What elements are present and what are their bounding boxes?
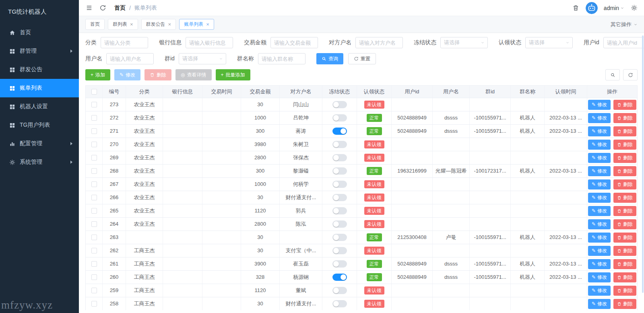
refresh-icon[interactable] (99, 4, 106, 12)
tab-group-list[interactable]: 群列表 × (108, 19, 138, 30)
frozen-toggle[interactable] (332, 167, 347, 175)
row-delete-button[interactable]: 删除 (613, 193, 636, 203)
frozen-toggle[interactable] (332, 207, 347, 214)
sidebar-item-bill-list[interactable]: 账单列表 (0, 79, 79, 97)
hamburger-icon[interactable] (85, 4, 93, 12)
row-edit-button[interactable]: ✎修改 (588, 193, 611, 203)
frozen-toggle[interactable] (332, 260, 347, 268)
row-edit-button[interactable]: ✎修改 (588, 259, 611, 269)
category-input[interactable] (101, 37, 148, 48)
frozen-toggle[interactable] (332, 101, 347, 108)
row-checkbox[interactable] (91, 274, 97, 280)
close-icon[interactable]: × (168, 22, 171, 27)
row-checkbox[interactable] (91, 128, 97, 134)
row-edit-button[interactable]: ✎修改 (588, 100, 611, 110)
table-search-button[interactable] (605, 69, 620, 80)
frozen-toggle[interactable] (332, 141, 347, 148)
row-edit-button[interactable]: ✎修改 (588, 126, 611, 136)
sidebar-item-home[interactable]: 首页 (0, 23, 79, 42)
row-delete-button[interactable]: 删除 (613, 140, 636, 150)
row-edit-button[interactable]: ✎修改 (588, 166, 611, 176)
sidebar-item-group-manage[interactable]: 群管理 (0, 42, 79, 60)
row-delete-button[interactable]: 删除 (613, 126, 636, 136)
table-refresh-button[interactable] (623, 69, 638, 80)
edit-button[interactable]: ✎ 修改 (114, 69, 140, 80)
row-delete-button[interactable]: 删除 (613, 179, 636, 189)
row-delete-button[interactable]: 删除 (613, 246, 636, 256)
row-checkbox[interactable] (91, 221, 97, 227)
user-name-input[interactable] (106, 53, 154, 64)
select-all-checkbox[interactable] (91, 89, 97, 95)
row-checkbox[interactable] (91, 115, 97, 121)
row-edit-button[interactable]: ✎修改 (588, 299, 611, 309)
frozen-toggle[interactable] (332, 274, 347, 281)
close-icon[interactable]: × (206, 22, 209, 27)
frozen-toggle[interactable] (332, 247, 347, 254)
search-button[interactable]: 查询 (316, 53, 343, 64)
row-edit-button[interactable]: ✎修改 (588, 113, 611, 123)
row-delete-button[interactable]: 删除 (613, 206, 636, 216)
tab-home[interactable]: 首页 (85, 19, 105, 30)
gear-icon[interactable] (630, 4, 638, 12)
counterparty-input[interactable] (355, 37, 403, 48)
sidebar-item-robot-settings[interactable]: 机器人设置 (0, 97, 79, 116)
frozen-toggle[interactable] (332, 114, 347, 121)
row-checkbox[interactable] (91, 142, 97, 147)
frozen-status-select[interactable]: 请选择 (440, 37, 488, 48)
sidebar-item-group-announce[interactable]: 群发公告 (0, 60, 79, 79)
row-checkbox[interactable] (91, 208, 97, 214)
tab-bill-list[interactable]: 账单列表 × (179, 19, 214, 30)
close-icon[interactable]: × (130, 22, 133, 27)
row-edit-button[interactable]: ✎修改 (588, 246, 611, 256)
row-checkbox[interactable] (91, 168, 97, 174)
sidebar-item-system-manage[interactable]: 系统管理 (0, 153, 79, 171)
row-delete-button[interactable]: 删除 (613, 299, 636, 309)
frozen-toggle[interactable] (332, 154, 347, 161)
row-checkbox[interactable] (91, 155, 97, 161)
batch-add-button[interactable]: + 批量添加 (216, 69, 250, 80)
scrollbar[interactable] (642, 35, 644, 293)
row-delete-button[interactable]: 删除 (613, 233, 636, 243)
row-checkbox[interactable] (91, 102, 97, 107)
row-edit-button[interactable]: ✎修改 (588, 219, 611, 229)
row-edit-button[interactable]: ✎修改 (588, 206, 611, 216)
group-id-select[interactable]: 请选择 (179, 53, 226, 64)
amount-input[interactable] (270, 37, 318, 48)
frozen-toggle[interactable] (332, 194, 347, 201)
row-delete-button[interactable]: 删除 (613, 259, 636, 269)
row-edit-button[interactable]: ✎修改 (588, 179, 611, 189)
row-edit-button[interactable]: ✎修改 (588, 233, 611, 243)
row-delete-button[interactable]: 删除 (613, 286, 636, 296)
row-checkbox[interactable] (91, 288, 97, 293)
row-checkbox[interactable] (91, 261, 97, 267)
row-checkbox[interactable] (91, 301, 97, 307)
row-delete-button[interactable]: 删除 (613, 153, 636, 163)
sidebar-item-config-manage[interactable]: 配置管理 (0, 134, 79, 153)
bank-info-input[interactable] (186, 37, 233, 48)
row-delete-button[interactable]: 删除 (613, 113, 636, 123)
row-delete-button[interactable]: 删除 (613, 100, 636, 110)
frozen-toggle[interactable] (332, 287, 347, 294)
trash-icon[interactable] (572, 4, 580, 12)
row-delete-button[interactable]: 删除 (613, 272, 636, 282)
row-edit-button[interactable]: ✎修改 (588, 272, 611, 282)
delete-button[interactable]: 删除 (144, 69, 171, 80)
view-detail-button[interactable]: ◎ 查看详情 (175, 69, 211, 80)
tab-group-announce[interactable]: 群发公告 × (141, 19, 176, 30)
user-id-input[interactable] (603, 37, 644, 48)
sidebar-item-tg-user-list[interactable]: TG用户列表 (0, 116, 79, 134)
row-edit-button[interactable]: ✎修改 (588, 153, 611, 163)
more-operations-dropdown[interactable]: 其它操作 (611, 21, 638, 28)
frozen-toggle[interactable] (332, 300, 347, 307)
claim-status-select[interactable]: 请选择 (525, 37, 573, 48)
frozen-toggle[interactable] (332, 220, 347, 228)
reset-button[interactable]: 重置 (348, 53, 376, 64)
avatar[interactable] (586, 2, 598, 14)
user-menu[interactable]: admin (604, 5, 624, 11)
row-delete-button[interactable]: 删除 (613, 166, 636, 176)
row-edit-button[interactable]: ✎修改 (588, 286, 611, 296)
row-checkbox[interactable] (91, 235, 97, 240)
row-checkbox[interactable] (91, 181, 97, 187)
frozen-toggle[interactable] (332, 234, 347, 241)
row-delete-button[interactable]: 删除 (613, 219, 636, 229)
